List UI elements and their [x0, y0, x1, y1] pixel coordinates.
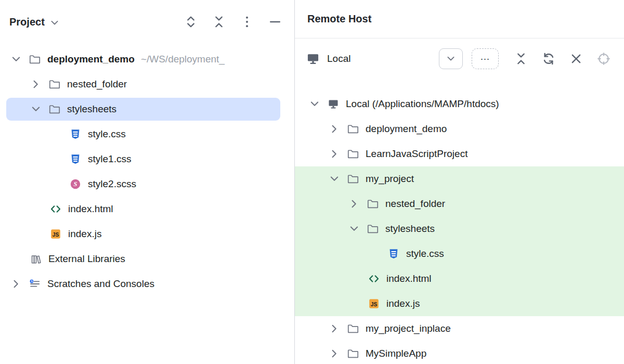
tree-item-deployment-demo[interactable]: deployment_demo — [295, 116, 624, 141]
tree-item-index-html[interactable]: index.html — [295, 266, 624, 291]
chevron-right-icon[interactable] — [329, 323, 340, 334]
tree-item-label: index.html — [68, 203, 113, 215]
tree-item-label: stylesheets — [67, 103, 116, 115]
project-root-path: ~/WS/deployment_ — [141, 54, 225, 65]
js-file-icon — [50, 228, 61, 240]
tree-item-stylesheets[interactable]: stylesheets — [0, 97, 294, 122]
project-tree: deployment_demo~/WS/deployment_nested_fo… — [0, 44, 294, 364]
collapse-all-icon[interactable] — [212, 15, 226, 29]
tree-item-style-css[interactable]: style.css — [0, 122, 294, 147]
chevron-right-icon[interactable] — [329, 123, 340, 135]
tree-item-label: style1.css — [88, 153, 131, 165]
refresh-icon[interactable] — [542, 52, 555, 66]
tree-item-external-libraries[interactable]: External Libraries — [0, 246, 294, 271]
tree-item-deployment-demo[interactable]: deployment_demo~/WS/deployment_ — [0, 47, 294, 72]
tree-item-style-css[interactable]: style.css — [295, 241, 624, 266]
close-icon[interactable] — [569, 52, 583, 66]
tree-item-nested-folder[interactable]: nested_folder — [295, 191, 624, 216]
tree-item-label: deployment_demo — [47, 54, 135, 65]
chevron-down-icon[interactable] — [309, 98, 320, 110]
tree-item-mysimpleapp[interactable]: MySimpleApp — [295, 341, 624, 364]
tree-item-index-html[interactable]: index.html — [0, 197, 294, 222]
chevron-down-icon — [446, 54, 456, 64]
tree-item-style1-css[interactable]: style1.css — [0, 147, 294, 172]
js-file-icon — [368, 298, 380, 309]
folder-icon — [347, 148, 359, 160]
html-file-icon — [50, 203, 61, 215]
tree-item-my-project-inplace[interactable]: my_project_inplace — [295, 316, 624, 341]
remote-host-icon — [306, 52, 320, 66]
chevron-down-icon[interactable] — [329, 173, 340, 185]
chevron-down-icon[interactable] — [348, 223, 360, 235]
tree-item-label: index.html — [386, 273, 432, 284]
folder-icon — [347, 323, 359, 334]
tree-item-label: style.css — [406, 248, 444, 259]
tree-item-label: LearnJavaScriptProject — [366, 148, 467, 160]
folder-icon — [367, 198, 379, 210]
chevron-right-icon[interactable] — [348, 198, 360, 210]
tree-item-local-applications-mamp-htdocs[interactable]: Local (/Applications/MAMP/htdocs) — [295, 92, 624, 116]
scss-file-icon — [70, 178, 81, 190]
tree-item-label: style.css — [88, 128, 126, 140]
hide-panel-icon[interactable] — [268, 15, 282, 29]
folder-icon — [347, 123, 359, 135]
tree-item-label: deployment_demo — [366, 123, 447, 135]
folder-icon — [49, 103, 60, 115]
folder-icon — [367, 223, 379, 235]
chevron-right-icon[interactable] — [10, 278, 22, 290]
tree-item-label: index.js — [68, 228, 101, 240]
tree-item-stylesheets[interactable]: stylesheets — [295, 216, 624, 241]
remote-host-actions — [514, 52, 610, 66]
tree-item-my-project[interactable]: my_project — [295, 166, 624, 191]
remote-host-header: Remote Host — [295, 0, 624, 38]
tree-item-label: my_project — [366, 173, 414, 185]
css-file-icon — [388, 248, 399, 259]
tree-item-label: Local (/Applications/MAMP/htdocs) — [346, 98, 499, 110]
browse-button[interactable]: ... — [472, 48, 499, 69]
tree-item-style2-scss[interactable]: style2.scss — [0, 172, 294, 197]
chevron-down-icon[interactable] — [10, 54, 22, 65]
tree-item-label: index.js — [386, 298, 420, 309]
project-panel: Project deployment_demo~/WS/deployment_n… — [0, 0, 295, 364]
chevron-down-icon[interactable] — [49, 18, 60, 28]
tree-item-label: Scratches and Consoles — [47, 278, 154, 290]
host-selector-label[interactable]: Local — [327, 53, 350, 64]
folder-icon — [29, 54, 41, 65]
tree-item-label: stylesheets — [385, 223, 435, 235]
folder-icon — [347, 348, 359, 359]
tree-item-learnjavascriptproject[interactable]: LearnJavaScriptProject — [295, 141, 624, 166]
webserver-settings-icon[interactable] — [597, 52, 610, 66]
project-header-actions — [184, 15, 282, 29]
folder-icon — [49, 79, 60, 90]
tree-item-label: nested_folder — [67, 79, 127, 90]
chevron-right-icon[interactable] — [30, 79, 42, 90]
expand-all-icon[interactable] — [184, 15, 198, 29]
ide-window: Project deployment_demo~/WS/deployment_n… — [0, 0, 624, 364]
remote-host-icon — [328, 98, 339, 110]
remote-host-tree: Local (/Applications/MAMP/htdocs)deploym… — [295, 79, 624, 364]
tree-item-nested-folder[interactable]: nested_folder — [0, 72, 294, 97]
collapse-all-icon[interactable] — [514, 52, 528, 66]
remote-host-panel: Remote Host Local ... Local (/Applicatio… — [295, 0, 624, 364]
chevron-right-icon[interactable] — [329, 348, 340, 359]
project-panel-title[interactable]: Project — [9, 16, 45, 28]
chevron-down-icon[interactable] — [30, 103, 42, 115]
css-file-icon — [70, 128, 81, 140]
remote-host-title: Remote Host — [307, 13, 371, 25]
scratches-icon — [29, 278, 41, 290]
tree-item-index-js[interactable]: index.js — [295, 291, 624, 316]
tree-item-label: External Libraries — [48, 253, 125, 265]
remote-host-toolbar: Local ... — [295, 38, 624, 79]
external-library-icon — [30, 253, 42, 265]
host-dropdown-button[interactable] — [439, 48, 463, 69]
tree-item-label: nested_folder — [385, 198, 445, 210]
tree-item-index-js[interactable]: index.js — [0, 222, 294, 246]
tree-item-scratches-and-consoles[interactable]: Scratches and Consoles — [0, 271, 294, 296]
project-panel-header: Project — [0, 0, 294, 44]
tree-item-label: my_project_inplace — [366, 323, 451, 334]
html-file-icon — [368, 273, 380, 284]
chevron-right-icon[interactable] — [329, 148, 340, 160]
more-options-icon[interactable] — [240, 15, 254, 29]
tree-item-label: style2.scss — [88, 178, 136, 190]
folder-icon — [347, 173, 359, 185]
